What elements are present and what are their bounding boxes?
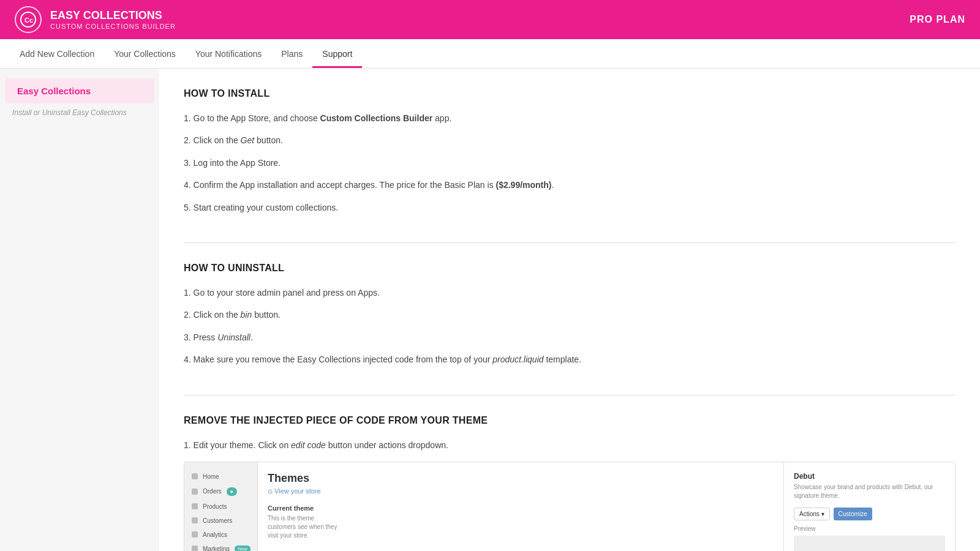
main-content: HOW TO INSTALL 1. Go to the App Store, a…	[159, 69, 980, 551]
sidebar-item-easy-collections[interactable]: Easy Collections	[5, 78, 154, 103]
screenshot-sidebar-orders: Orders ●	[184, 484, 257, 500]
marketing-icon	[192, 545, 198, 551]
screenshot-theme-desc: This is the theme customers see when the…	[268, 514, 341, 540]
section-remove-code-title: REMOVE THE INJECTED PIECE OF CODE FROM Y…	[184, 415, 956, 426]
screenshot-preview-bar	[794, 536, 945, 551]
screenshot-customize-button[interactable]: Customize	[834, 508, 872, 520]
screenshot-debut-title: Debut	[794, 472, 945, 481]
section-install-title: HOW TO INSTALL	[184, 88, 956, 99]
uninstall-step-1: 1. Go to your store admin panel and pres…	[184, 286, 956, 299]
screenshot-sidebar-orders-label: Orders	[203, 488, 222, 495]
screenshot-sidebar-analytics: Analytics	[184, 528, 257, 542]
orders-badge: ●	[227, 487, 237, 496]
section-remove-code: REMOVE THE INJECTED PIECE OF CODE FROM Y…	[184, 415, 956, 551]
nav-item-your-notifications[interactable]: Your Notifications	[186, 42, 271, 68]
install-step-5: 5. Start creating your custom collection…	[184, 201, 956, 214]
install-step-4: 4. Confirm the App installation and acce…	[184, 178, 956, 192]
nav-item-plans[interactable]: Plans	[271, 42, 312, 68]
screenshot-right-panel: Debut Showcase your brand and products w…	[783, 462, 955, 551]
screenshot-sidebar-marketing-label: Marketing	[203, 545, 230, 551]
screenshot-preview-label: Preview	[794, 525, 945, 532]
install-steps: 1. Go to the App Store, and choose Custo…	[184, 111, 956, 214]
screenshot-view-store-label: View your store	[274, 487, 321, 495]
analytics-icon	[192, 531, 198, 538]
install-step-1: 1. Go to the App Store, and choose Custo…	[184, 111, 956, 125]
screenshot-buttons: Actions ▾ Customize	[794, 508, 945, 520]
screenshot-sidebar-customers: Customers	[184, 514, 257, 528]
remove-code-steps: 1. Edit your theme. Click on edit code b…	[184, 438, 956, 452]
nav-item-your-collections[interactable]: Your Collections	[104, 42, 186, 68]
screenshot-sidebar-analytics-label: Analytics	[203, 531, 227, 538]
screenshot-actions-button[interactable]: Actions ▾	[794, 508, 830, 520]
screenshot-sidebar: Home Orders ● Products Customers	[184, 462, 258, 551]
section-how-to-install: HOW TO INSTALL 1. Go to the App Store, a…	[184, 88, 956, 243]
app-logo: Cc	[15, 6, 42, 33]
remove-code-step-1: 1. Edit your theme. Click on edit code b…	[184, 438, 956, 452]
sidebar: Easy Collections Install or Uninstall Ea…	[0, 69, 159, 551]
section-how-to-uninstall: HOW TO UNINSTALL 1. Go to your store adm…	[184, 263, 956, 395]
main-nav: Add New CollectionYour CollectionsYour N…	[0, 39, 980, 69]
screenshot-sidebar-products-label: Products	[203, 503, 227, 510]
screenshot-sidebar-customers-label: Customers	[203, 517, 232, 524]
screenshot-themes-title: Themes	[268, 472, 774, 485]
app-sub-title: CUSTOM COLLECTIONS BUILDER	[50, 23, 176, 30]
uninstall-step-3: 3. Press Uninstall.	[184, 331, 956, 344]
screenshot-current-theme: Current theme	[268, 504, 774, 512]
marketing-new-badge: New	[235, 545, 251, 551]
screenshot-main: Themes ⊙ View your store Current theme T…	[258, 462, 783, 551]
screenshot-debut-desc: Showcase your brand and products with De…	[794, 483, 945, 500]
screenshot-sidebar-home: Home	[184, 470, 257, 484]
uninstall-step-4: 4. Make sure you remove the Easy Collect…	[184, 353, 956, 366]
app-title-block: EASY COLLECTIONS CUSTOM COLLECTIONS BUIL…	[50, 9, 176, 30]
home-icon	[192, 473, 198, 479]
svg-text:Cc: Cc	[24, 17, 33, 24]
plan-badge: PRO PLAN	[910, 14, 965, 25]
uninstall-steps: 1. Go to your store admin panel and pres…	[184, 286, 956, 367]
products-icon	[192, 503, 198, 509]
section-uninstall-title: HOW TO UNINSTALL	[184, 263, 956, 274]
customers-icon	[192, 517, 198, 523]
screenshot-sidebar-home-label: Home	[203, 473, 219, 480]
nav-item-add-new-collection[interactable]: Add New Collection	[10, 42, 104, 68]
screenshot-sidebar-marketing: Marketing New	[184, 542, 257, 551]
install-step-3: 3. Log into the App Store.	[184, 156, 956, 170]
uninstall-step-2: 2. Click on the bin button.	[184, 308, 956, 321]
nav-item-support[interactable]: Support	[312, 42, 362, 68]
sidebar-item-subtitle: Install or Uninstall Easy Collections	[0, 103, 159, 122]
header-logo-section: Cc EASY COLLECTIONS CUSTOM COLLECTIONS B…	[15, 6, 176, 33]
app-main-title: EASY COLLECTIONS	[50, 9, 176, 23]
screenshot-mockup: Home Orders ● Products Customers	[184, 462, 956, 551]
app-header: Cc EASY COLLECTIONS CUSTOM COLLECTIONS B…	[0, 0, 980, 39]
orders-icon	[192, 489, 198, 495]
install-step-2: 2. Click on the Get button.	[184, 133, 956, 147]
sidebar-item-label: Easy Collections	[17, 86, 91, 96]
screenshot-sidebar-products: Products	[184, 500, 257, 514]
main-layout: Easy Collections Install or Uninstall Ea…	[0, 69, 980, 551]
screenshot-view-store: ⊙ View your store	[268, 487, 774, 495]
